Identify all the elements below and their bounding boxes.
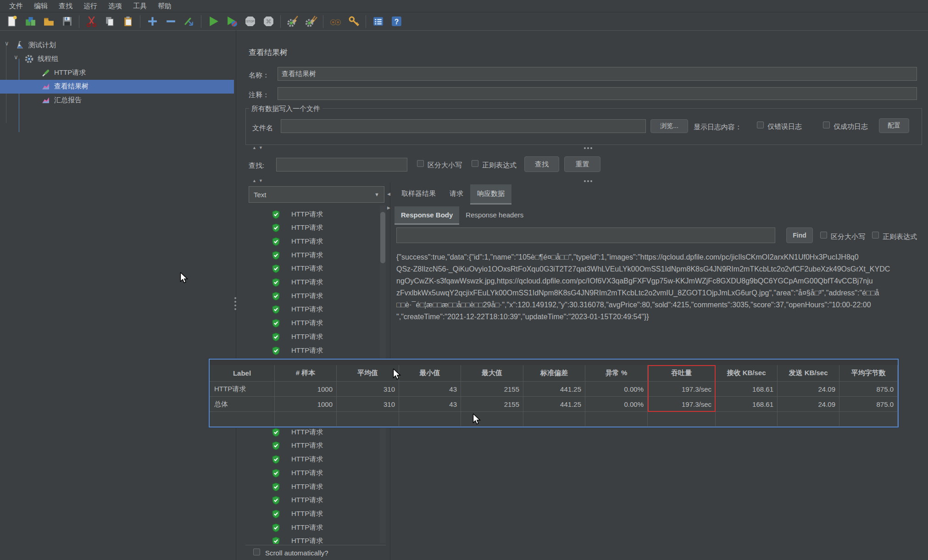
- tree-item-4[interactable]: 汇总报告: [0, 94, 234, 107]
- sample-list-item[interactable]: HTTP请求: [246, 480, 383, 493]
- search-icon[interactable]: [328, 15, 342, 28]
- response-regex-checkbox[interactable]: [872, 232, 879, 238]
- sample-list-item[interactable]: HTTP请求: [246, 262, 383, 276]
- tab-response-data[interactable]: 响应数据: [470, 184, 511, 205]
- summary-col-header[interactable]: 异常 %: [585, 365, 648, 382]
- response-body-text[interactable]: {"success":true,"data":{"id":1,"name":"1…: [396, 251, 924, 336]
- shutdown-icon[interactable]: [261, 15, 275, 28]
- menu-item-3[interactable]: 运行: [78, 0, 103, 12]
- tab-response-body[interactable]: Response Body: [395, 206, 459, 225]
- tree-item-3[interactable]: 查看结果树: [0, 80, 234, 94]
- summary-col-header[interactable]: 发送 KB/sec: [778, 365, 839, 382]
- sample-list-item[interactable]: HTTP请求: [246, 276, 383, 289]
- sample-list-item[interactable]: HTTP请求: [246, 207, 383, 221]
- renderer-dropdown[interactable]: Text ▼: [249, 186, 384, 203]
- search-input[interactable]: [276, 158, 407, 172]
- success-only-checkbox[interactable]: [823, 122, 830, 128]
- main-split-divider[interactable]: [236, 30, 236, 560]
- browse-button[interactable]: 浏览...: [650, 119, 688, 133]
- collapse-down-icon[interactable]: ▼: [259, 145, 263, 150]
- remove-icon[interactable]: [164, 15, 178, 28]
- summary-col-header[interactable]: 最大值: [461, 365, 523, 382]
- response-find-button[interactable]: Find: [786, 227, 813, 243]
- sample-list-item[interactable]: HTTP请求: [246, 303, 383, 316]
- summary-table-row[interactable]: HTTP请求1000310432155441.250.00%197.3/sec1…: [210, 382, 898, 397]
- sample-list-item[interactable]: HTTP请求: [246, 439, 383, 453]
- save-icon[interactable]: [60, 15, 74, 28]
- errors-only-checkbox[interactable]: [757, 122, 764, 128]
- toggle-icon[interactable]: [182, 15, 196, 28]
- sample-list-item[interactable]: HTTP请求: [246, 466, 383, 480]
- name-input[interactable]: [278, 67, 917, 81]
- tree-item-2[interactable]: HTTP请求: [0, 66, 234, 80]
- start-no-timers-icon[interactable]: [225, 15, 239, 28]
- collapse-up-icon[interactable]: ▲: [252, 145, 256, 150]
- menu-item-1[interactable]: 编辑: [28, 0, 53, 12]
- help-icon[interactable]: ?: [389, 15, 403, 28]
- summary-col-header[interactable]: # 样本: [275, 365, 337, 382]
- chevron-down-icon[interactable]: ∨: [5, 40, 9, 47]
- summary-col-header[interactable]: 接收 KB/sec: [716, 365, 778, 382]
- search-reset-icon[interactable]: [347, 15, 361, 28]
- main-split-grip[interactable]: [233, 297, 237, 313]
- start-icon[interactable]: [206, 15, 220, 28]
- stop-icon[interactable]: STOP: [243, 15, 257, 28]
- splitter-handle[interactable]: ▲ ▼: [245, 178, 922, 184]
- collapse-left-icon[interactable]: ◀: [387, 192, 390, 196]
- copy-icon[interactable]: [103, 15, 117, 28]
- summary-col-header[interactable]: Label: [210, 365, 275, 382]
- summary-table-empty-row[interactable]: [210, 412, 898, 426]
- chevron-down-icon[interactable]: ∨: [14, 54, 18, 61]
- summary-col-header[interactable]: 平均值: [337, 365, 399, 382]
- cut-icon[interactable]: [84, 15, 98, 28]
- tab-request[interactable]: 请求: [443, 184, 470, 205]
- response-case-checkbox[interactable]: [820, 232, 827, 238]
- menu-item-0[interactable]: 文件: [4, 0, 28, 12]
- summary-col-header[interactable]: 最小值: [399, 365, 461, 382]
- search-regex-checkbox[interactable]: [472, 160, 478, 167]
- sample-list-item[interactable]: HTTP请求: [246, 316, 383, 330]
- menu-item-4[interactable]: 选项: [103, 0, 128, 12]
- splitter-handle[interactable]: ▲ ▼: [245, 145, 922, 151]
- search-find-button[interactable]: 查找: [524, 156, 559, 172]
- filename-input[interactable]: [281, 119, 646, 133]
- splitter-grip-icon[interactable]: [584, 147, 594, 149]
- search-case-checkbox[interactable]: [417, 160, 424, 167]
- sample-list-item[interactable]: HTTP请求: [246, 507, 383, 521]
- tab-response-headers[interactable]: Response headers: [459, 206, 530, 225]
- sample-list-item[interactable]: HTTP请求: [246, 493, 383, 507]
- sample-list-item[interactable]: HTTP请求: [246, 234, 383, 248]
- summary-table-row[interactable]: 总体1000310432155441.250.00%197.3/sec168.6…: [210, 397, 898, 412]
- menu-item-5[interactable]: 工具: [128, 0, 152, 12]
- scrollbar-thumb[interactable]: [380, 212, 385, 263]
- sample-list-item[interactable]: HTTP请求: [246, 453, 383, 466]
- response-find-input[interactable]: [396, 227, 775, 243]
- sample-list-item[interactable]: HTTP请求: [246, 330, 383, 344]
- sample-list-item[interactable]: HTTP请求: [246, 221, 383, 235]
- paste-icon[interactable]: [121, 15, 135, 28]
- new-file-icon[interactable]: [5, 15, 19, 28]
- function-helper-icon[interactable]: [371, 15, 385, 28]
- scroll-automatically-checkbox[interactable]: [253, 549, 260, 555]
- menu-item-2[interactable]: 查找: [53, 0, 78, 12]
- menu-item-6[interactable]: 帮助: [152, 0, 177, 12]
- sample-list-item[interactable]: HTTP请求: [246, 344, 383, 357]
- sample-list-item[interactable]: HTTP请求: [246, 521, 383, 534]
- collapse-down-icon[interactable]: ▼: [259, 178, 263, 183]
- clear-all-icon[interactable]: [304, 15, 318, 28]
- search-reset-button[interactable]: 重置: [564, 156, 600, 172]
- summary-col-header[interactable]: 平均字节数: [839, 365, 898, 382]
- collapse-up-icon[interactable]: ▲: [252, 178, 256, 183]
- tree-item-0[interactable]: ∨测试计划: [0, 39, 234, 52]
- splitter-grip-icon[interactable]: [584, 180, 594, 182]
- collapse-right-icon[interactable]: ▶: [387, 205, 390, 210]
- open-file-icon[interactable]: [42, 15, 56, 28]
- summary-col-header[interactable]: 吞吐量: [648, 365, 716, 382]
- summary-col-header[interactable]: 标准偏差: [523, 365, 585, 382]
- open-template-icon[interactable]: [23, 15, 37, 28]
- comment-input[interactable]: [278, 87, 917, 100]
- config-button[interactable]: 配置: [879, 118, 909, 133]
- sample-list-item[interactable]: HTTP请求: [246, 248, 383, 262]
- sample-list-item[interactable]: HTTP请求: [246, 534, 383, 544]
- add-icon[interactable]: [145, 15, 159, 28]
